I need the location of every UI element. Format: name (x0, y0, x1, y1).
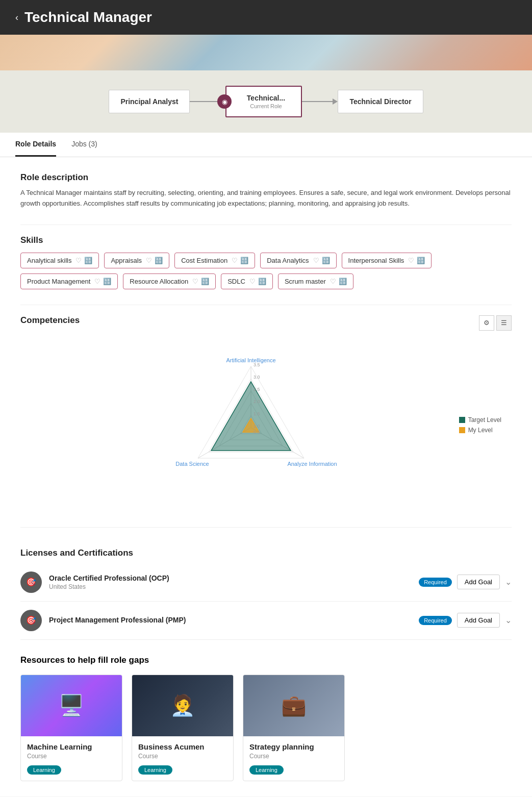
add-goal-button-ocp[interactable]: Add Goal (457, 575, 500, 589)
resource-body: Business Acumen Course Learning (132, 736, 233, 781)
skill-chip: Analytical skills ♡ 🔠 (20, 253, 99, 268)
resources-section: Resources to help fill role gaps 🖥️ Mach… (20, 655, 512, 781)
resources-title: Resources to help fill role gaps (20, 655, 512, 665)
skill-flag-icon[interactable]: 🔠 (258, 278, 266, 285)
skill-chip: Appraisals ♡ 🔠 (104, 253, 169, 268)
legend-my-label: My Level (468, 427, 493, 434)
license-icon-ocp: 🎯 (20, 571, 42, 593)
skill-chip: Scrum master ♡ 🔠 (278, 273, 353, 289)
skill-chip: SDLC ♡ 🔠 (221, 273, 273, 289)
legend-target: Target Level (459, 416, 501, 424)
header: ‹ Technical Manager (0, 0, 532, 35)
add-goal-button-pmp[interactable]: Add Goal (457, 613, 500, 628)
skill-label: Product Management (27, 278, 90, 285)
skill-heart-icon[interactable]: ♡ (232, 257, 238, 264)
career-node-technical-director[interactable]: Technical Director (338, 90, 423, 113)
resource-tag: Learning (138, 765, 172, 775)
competencies-section: Competencies ⚙ ☰ (20, 315, 512, 512)
skill-heart-icon[interactable]: ♡ (192, 278, 198, 285)
connector-line (190, 101, 220, 102)
tab-jobs[interactable]: Jobs (3) (71, 133, 97, 157)
resource-tag: Learning (249, 765, 284, 775)
license-right-ocp: Required Add Goal ⌄ (419, 575, 512, 589)
expand-icon-pmp[interactable]: ⌄ (505, 615, 512, 625)
connector-line (302, 101, 333, 102)
skill-chip: Cost Estimation ♡ 🔠 (174, 253, 255, 268)
skill-label: Scrum master (285, 278, 326, 285)
skill-heart-icon[interactable]: ♡ (94, 278, 100, 285)
skill-flag-icon[interactable]: 🔠 (339, 278, 347, 285)
legend-my-box (459, 427, 465, 433)
page-title: Technical Manager (24, 9, 152, 26)
required-badge-pmp: Required (419, 616, 452, 625)
competencies-header: Competencies ⚙ ☰ (20, 315, 512, 331)
required-badge-ocp: Required (419, 578, 452, 587)
resource-type: Course (27, 753, 116, 760)
back-button[interactable]: ‹ (15, 12, 18, 23)
resource-card[interactable]: 🧑‍💼 Business Acumen Course Learning (132, 675, 234, 781)
skill-heart-icon[interactable]: ♡ (249, 278, 256, 285)
skill-flag-icon[interactable]: 🔠 (155, 257, 163, 264)
current-role-icon: ◉ (217, 94, 232, 109)
competency-gear-button[interactable]: ⚙ (479, 315, 494, 331)
skill-label: SDLC (227, 278, 245, 285)
resource-card[interactable]: 💼 Strategy planning Course Learning (243, 675, 345, 781)
career-node-label: Technical... (242, 94, 290, 102)
skill-flag-icon[interactable]: 🔠 (84, 257, 92, 264)
career-path: Principal Analyst ◉ Technical... Current… (0, 70, 532, 133)
svg-marker-8 (211, 382, 291, 451)
career-node-technical-manager[interactable]: ◉ Technical... Current Role (225, 86, 302, 117)
tab-role-details[interactable]: Role Details (15, 133, 56, 157)
resource-image: 💼 (243, 675, 344, 736)
skill-label: Resource Allocation (130, 278, 188, 285)
resource-name: Strategy planning (249, 742, 338, 751)
career-node-label: Principal Analyst (120, 97, 178, 106)
resource-name: Machine Learning (27, 742, 116, 751)
skill-flag-icon[interactable]: 🔠 (417, 257, 425, 264)
career-box-technical-manager[interactable]: ◉ Technical... Current Role (225, 86, 302, 117)
skill-chip: Interpersonal Skills ♡ 🔠 (342, 253, 432, 268)
competencies-title: Competencies (20, 315, 80, 326)
skill-flag-icon[interactable]: 🔠 (201, 278, 209, 285)
license-left-ocp: 🎯 Oracle Certified Professional (OCP) Un… (20, 571, 169, 593)
skill-heart-icon[interactable]: ♡ (330, 278, 336, 285)
skill-flag-icon[interactable]: 🔠 (322, 257, 330, 264)
resource-tag: Learning (27, 765, 61, 775)
license-name-pmp: Project Management Professional (PMP) (49, 616, 186, 624)
license-left-pmp: 🎯 Project Management Professional (PMP) (20, 610, 186, 631)
legend-target-label: Target Level (468, 416, 501, 424)
skill-heart-icon[interactable]: ♡ (146, 257, 152, 264)
resource-image: 🖥️ (21, 675, 122, 736)
licenses-title: Licenses and Certifications (20, 548, 512, 558)
career-node-principal-analyst[interactable]: Principal Analyst (109, 90, 190, 113)
skill-flag-icon[interactable]: 🔠 (103, 278, 111, 285)
competency-list-button[interactable]: ☰ (496, 315, 512, 331)
career-box-technical-director[interactable]: Technical Director (338, 90, 423, 113)
svg-text:0.5: 0.5 (254, 430, 260, 435)
connector-2 (302, 98, 338, 105)
skill-chip: Resource Allocation ♡ 🔠 (123, 273, 216, 289)
legend-my-level: My Level (459, 427, 501, 434)
connector-arrow (333, 98, 338, 105)
license-item-ocp: 🎯 Oracle Certified Professional (OCP) Un… (20, 563, 512, 602)
chart-legend: Target Level My Level (459, 416, 501, 434)
hero-banner (0, 35, 532, 70)
svg-text:3.0: 3.0 (254, 375, 260, 380)
resource-type: Course (249, 753, 338, 760)
license-right-pmp: Required Add Goal ⌄ (419, 613, 512, 628)
license-icon-pmp: 🎯 (20, 610, 42, 631)
resources-grid: 🖥️ Machine Learning Course Learning 🧑‍💼 … (20, 675, 512, 781)
skill-flag-icon[interactable]: 🔠 (240, 257, 248, 264)
skill-heart-icon[interactable]: ♡ (313, 257, 319, 264)
competency-controls: ⚙ ☰ (479, 315, 512, 331)
resource-image: 🧑‍💼 (132, 675, 233, 736)
resource-card[interactable]: 🖥️ Machine Learning Course Learning (20, 675, 122, 781)
expand-icon-ocp[interactable]: ⌄ (505, 577, 512, 587)
skill-heart-icon[interactable]: ♡ (75, 257, 82, 264)
career-node-label: Technical Director (349, 97, 411, 106)
career-box-principal-analyst[interactable]: Principal Analyst (109, 90, 190, 113)
skill-heart-icon[interactable]: ♡ (408, 257, 414, 264)
role-description-title: Role description (20, 172, 512, 183)
svg-text:2.5: 2.5 (254, 387, 260, 392)
skill-label: Analytical skills (27, 257, 71, 264)
